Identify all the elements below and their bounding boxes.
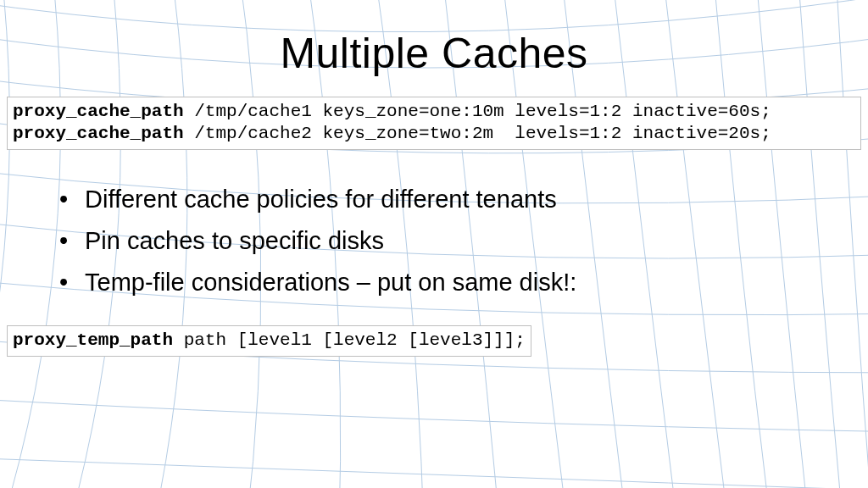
code-keyword: proxy_temp_path — [13, 330, 173, 350]
bullet-list: Different cache policies for different t… — [0, 179, 868, 304]
code-text: path [level1 [level2 [level3]]]; — [173, 330, 526, 350]
bullet-item: Different cache policies for different t… — [85, 179, 868, 220]
code-block-cache-paths: proxy_cache_path /tmp/cache1 keys_zone=o… — [7, 97, 861, 150]
code-keyword: proxy_cache_path — [13, 102, 184, 121]
code-text: /tmp/cache2 keys_zone=two:2m levels=1:2 … — [184, 124, 771, 143]
slide-title: Multiple Caches — [0, 0, 868, 97]
bullet-item: Temp-file considerations – put on same d… — [85, 262, 868, 303]
code-text: /tmp/cache1 keys_zone=one:10m levels=1:2… — [184, 102, 771, 121]
bullet-item: Pin caches to specific disks — [85, 220, 868, 262]
code-block-temp-path: proxy_temp_path path [level1 [level2 [le… — [7, 325, 531, 356]
code-keyword: proxy_cache_path — [13, 124, 184, 143]
